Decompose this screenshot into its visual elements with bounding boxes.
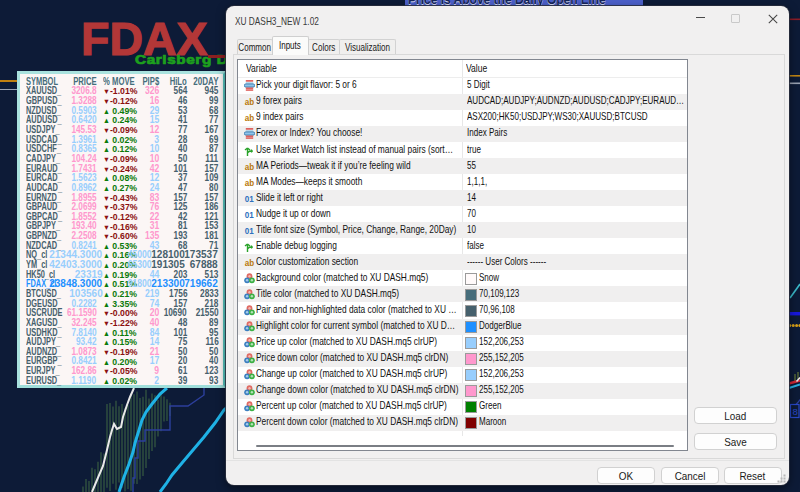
svg-text:8: 8 xyxy=(793,406,798,417)
